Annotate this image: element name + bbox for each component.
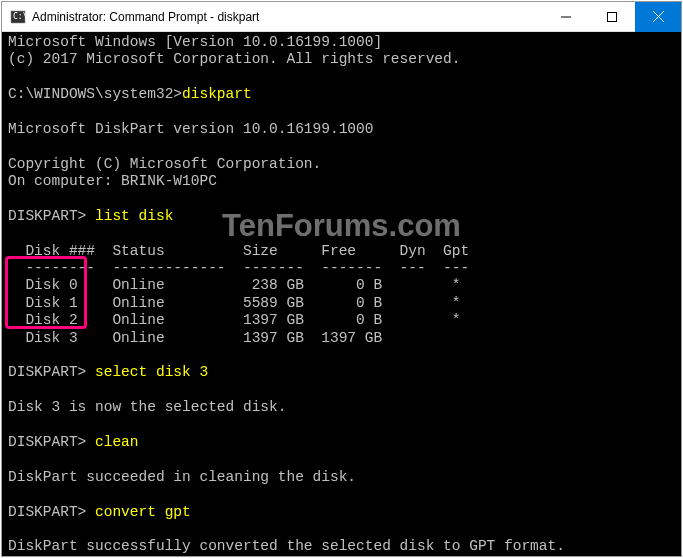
cmd-diskpart: diskpart — [182, 86, 252, 102]
clean-result: DiskPart succeeded in cleaning the disk. — [8, 469, 356, 485]
app-icon: C:\ — [10, 9, 26, 25]
close-button[interactable] — [635, 2, 681, 32]
table-row: Disk 3 Online 1397 GB 1397 GB — [8, 330, 382, 346]
diskpart-version: Microsoft DiskPart version 10.0.16199.10… — [8, 121, 373, 137]
computer-name: On computer: BRINK-W10PC — [8, 173, 217, 189]
cmd-clean: clean — [95, 434, 139, 450]
diskpart-prompt: DISKPART> — [8, 208, 95, 224]
table-divider: -------- ------------- ------- ------- -… — [8, 260, 469, 276]
diskpart-prompt: DISKPART> — [8, 364, 95, 380]
svg-rect-3 — [608, 12, 617, 21]
cmd-list-disk: list disk — [95, 208, 173, 224]
maximize-button[interactable] — [589, 2, 635, 32]
terminal-output[interactable]: Microsoft Windows [Version 10.0.16199.10… — [2, 32, 681, 556]
table-header: Disk ### Status Size Free Dyn Gpt — [8, 243, 469, 259]
svg-text:C:\: C:\ — [13, 12, 26, 21]
diskpart-copyright: Copyright (C) Microsoft Corporation. — [8, 156, 321, 172]
prompt-path: C:\WINDOWS\system32> — [8, 86, 182, 102]
cmd-convert-gpt: convert gpt — [95, 504, 191, 520]
os-version-line: Microsoft Windows [Version 10.0.16199.10… — [8, 34, 382, 50]
select-result: Disk 3 is now the selected disk. — [8, 399, 286, 415]
command-prompt-window: C:\ Administrator: Command Prompt - disk… — [2, 2, 681, 556]
diskpart-prompt: DISKPART> — [8, 434, 95, 450]
table-row: Disk 2 Online 1397 GB 0 B * — [8, 312, 460, 328]
titlebar[interactable]: C:\ Administrator: Command Prompt - disk… — [2, 2, 681, 32]
table-row: Disk 1 Online 5589 GB 0 B * — [8, 295, 460, 311]
minimize-button[interactable] — [543, 2, 589, 32]
convert-result: DiskPart successfully converted the sele… — [8, 538, 565, 554]
copyright-line: (c) 2017 Microsoft Corporation. All righ… — [8, 51, 460, 67]
table-row: Disk 0 Online 238 GB 0 B * — [8, 277, 460, 293]
window-title: Administrator: Command Prompt - diskpart — [32, 10, 543, 24]
diskpart-prompt: DISKPART> — [8, 504, 95, 520]
cmd-select-disk: select disk 3 — [95, 364, 208, 380]
